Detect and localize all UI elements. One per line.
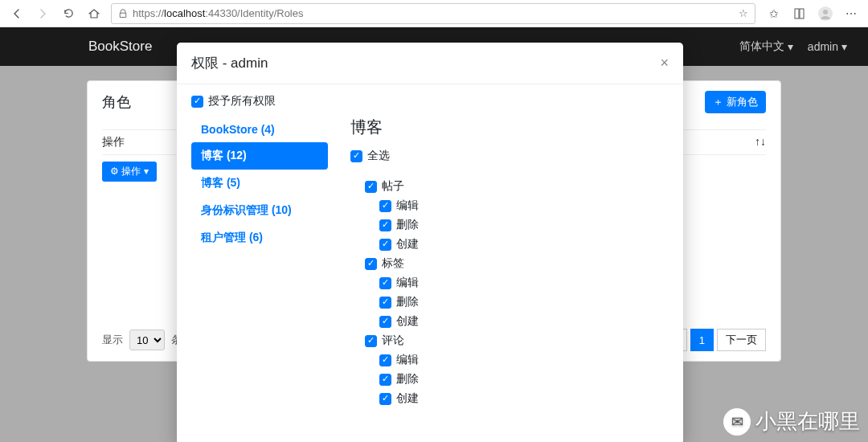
select-all-row[interactable]: 全选 bbox=[350, 146, 669, 166]
permission-checkbox[interactable] bbox=[365, 335, 377, 347]
select-all-checkbox[interactable] bbox=[350, 150, 362, 162]
category-item[interactable]: 租户管理 (6) bbox=[191, 224, 328, 252]
panel-title: 博客 bbox=[350, 117, 669, 138]
chevron-down-icon: ▾ bbox=[841, 40, 847, 53]
address-bar[interactable]: https://localhost:44330/Identity/Roles ☆ bbox=[111, 3, 755, 24]
browser-toolbar: https://localhost:44330/Identity/Roles ☆… bbox=[0, 0, 868, 27]
grant-all-checkbox[interactable] bbox=[191, 96, 203, 108]
select-all-label: 全选 bbox=[367, 149, 390, 163]
permission-label: 创建 bbox=[396, 314, 419, 329]
home-button[interactable] bbox=[82, 2, 106, 26]
permission-label: 帖子 bbox=[382, 179, 404, 194]
permission-label: 删除 bbox=[396, 218, 419, 232]
permission-checkbox[interactable] bbox=[379, 219, 391, 231]
url-text: https://localhost:44330/Identity/Roles bbox=[133, 7, 303, 19]
brand[interactable]: BookStore bbox=[88, 39, 152, 55]
permission-row[interactable]: 编辑 bbox=[350, 350, 669, 370]
permission-checkbox[interactable] bbox=[365, 258, 377, 270]
col-actions: 操作 bbox=[102, 135, 125, 149]
permission-tree: 帖子编辑删除创建标签编辑删除创建评论编辑删除创建 bbox=[350, 177, 669, 408]
favorite-icon[interactable]: ☆ bbox=[739, 7, 748, 19]
forward-button[interactable] bbox=[31, 2, 55, 26]
category-list: BookStore (4)博客 (12)博客 (5)身份标识管理 (10)租户管… bbox=[191, 117, 328, 435]
collections-icon[interactable] bbox=[788, 2, 812, 26]
permission-checkbox[interactable] bbox=[379, 393, 391, 405]
category-item[interactable]: 身份标识管理 (10) bbox=[191, 197, 328, 224]
permission-row[interactable]: 创建 bbox=[350, 312, 669, 331]
back-button[interactable] bbox=[5, 2, 29, 26]
permission-row[interactable]: 创建 bbox=[350, 389, 669, 408]
permission-label: 删除 bbox=[396, 372, 419, 387]
plus-icon: ＋ bbox=[713, 95, 723, 109]
permission-checkbox[interactable] bbox=[379, 354, 391, 366]
permission-row[interactable]: 删除 bbox=[350, 215, 669, 235]
permission-label: 删除 bbox=[396, 295, 419, 309]
svg-rect-1 bbox=[800, 9, 804, 18]
watermark: ✉ 小黑在哪里 bbox=[723, 407, 860, 436]
sort-icon[interactable]: ↑↓ bbox=[755, 135, 766, 149]
permission-row[interactable]: 编辑 bbox=[350, 273, 669, 293]
permission-checkbox[interactable] bbox=[379, 239, 391, 251]
lang-dropdown[interactable]: 简体中文 ▾ bbox=[739, 39, 793, 54]
permission-row[interactable]: 评论 bbox=[350, 331, 669, 350]
wechat-icon: ✉ bbox=[723, 408, 751, 436]
permission-row[interactable]: 编辑 bbox=[350, 196, 669, 215]
permission-row[interactable]: 删除 bbox=[350, 370, 669, 389]
permission-checkbox[interactable] bbox=[379, 316, 391, 328]
permission-row[interactable]: 删除 bbox=[350, 293, 669, 312]
next-page-button[interactable]: 下一页 bbox=[717, 329, 766, 351]
chevron-down-icon: ▾ bbox=[144, 166, 149, 177]
chevron-down-icon: ▾ bbox=[788, 40, 793, 53]
row-actions-dropdown[interactable]: ⚙ 操作 ▾ bbox=[102, 162, 157, 182]
permission-checkbox[interactable] bbox=[379, 374, 391, 386]
grant-all-row[interactable]: 授予所有权限 bbox=[191, 94, 669, 108]
page-size-select[interactable]: 10 bbox=[129, 329, 165, 350]
permission-label: 评论 bbox=[382, 334, 404, 348]
permission-row[interactable]: 创建 bbox=[350, 235, 669, 254]
permission-label: 编辑 bbox=[396, 198, 419, 213]
permission-label: 编辑 bbox=[396, 276, 419, 290]
category-item[interactable]: BookStore (4) bbox=[191, 117, 328, 142]
page-1-button[interactable]: 1 bbox=[690, 329, 714, 351]
lock-icon bbox=[118, 9, 128, 18]
permission-row[interactable]: 标签 bbox=[350, 254, 669, 273]
page-title: 角色 bbox=[102, 92, 131, 112]
show-label: 显示 bbox=[102, 333, 123, 347]
permissions-panel: 博客 全选 帖子编辑删除创建标签编辑删除创建评论编辑删除创建 bbox=[350, 117, 669, 435]
close-icon[interactable]: × bbox=[660, 55, 669, 72]
favorites-icon[interactable]: ✩ bbox=[762, 2, 786, 26]
user-dropdown[interactable]: admin ▾ bbox=[808, 40, 847, 53]
permission-label: 创建 bbox=[396, 391, 419, 406]
permission-checkbox[interactable] bbox=[379, 200, 391, 212]
permission-checkbox[interactable] bbox=[365, 181, 377, 193]
modal-title: 权限 - admin bbox=[191, 54, 268, 72]
svg-point-3 bbox=[823, 10, 828, 14]
grant-all-label: 授予所有权限 bbox=[208, 94, 276, 108]
permission-checkbox[interactable] bbox=[379, 297, 391, 309]
category-item[interactable]: 博客 (5) bbox=[191, 170, 328, 197]
permission-label: 创建 bbox=[396, 237, 419, 252]
category-item[interactable]: 博客 (12) bbox=[191, 142, 328, 170]
permission-row[interactable]: 帖子 bbox=[350, 177, 669, 196]
new-role-button[interactable]: ＋新角色 bbox=[705, 91, 766, 113]
profile-icon[interactable] bbox=[813, 2, 837, 26]
permission-label: 编辑 bbox=[396, 353, 419, 367]
gear-icon: ⚙ bbox=[110, 166, 119, 177]
permission-checkbox[interactable] bbox=[379, 277, 391, 289]
permission-label: 标签 bbox=[382, 256, 404, 271]
svg-rect-0 bbox=[795, 9, 799, 18]
permissions-modal: 权限 - admin × 授予所有权限 BookStore (4)博客 (12)… bbox=[177, 43, 683, 442]
more-icon[interactable]: ⋯ bbox=[839, 2, 863, 26]
refresh-button[interactable] bbox=[56, 2, 80, 26]
